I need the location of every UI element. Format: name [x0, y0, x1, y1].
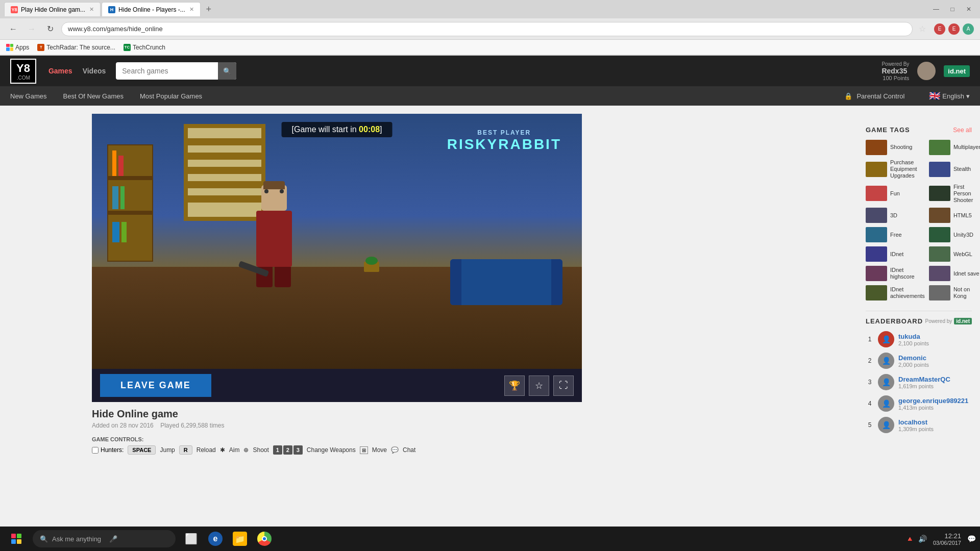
language-selector[interactable]: 🇬🇧 English ▾ [929, 90, 970, 102]
notification-icon[interactable]: 💬 [967, 535, 976, 543]
header-right: Powered By Redx35 100 Points id.net [881, 61, 970, 81]
taskbar-search[interactable]: 🔍 Ask me anything 🎤 [33, 530, 176, 547]
bookmark-apps[interactable]: Apps [6, 44, 29, 51]
trophy-icon[interactable]: 🏆 [504, 375, 525, 396]
lb-avatar-2: 👤 [878, 353, 894, 369]
lb-row-3: 3 👤 DreamMasterQC 1,619m points [866, 374, 972, 390]
extension-icon-2[interactable]: E [948, 23, 960, 35]
taskbar-app-explorer[interactable]: 📁 [229, 528, 251, 550]
minimize-button[interactable]: — [929, 4, 943, 14]
tag-highscore-label: IDnet highscore [890, 267, 925, 280]
tag-save[interactable]: Idnet save [929, 266, 980, 281]
tag-html5-label: HTML5 [953, 212, 972, 219]
taskbar-time[interactable]: 12:21 03/06/2017 [933, 532, 961, 546]
tag-achievements[interactable]: IDnet achievements [866, 285, 925, 300]
search-input[interactable] [116, 67, 218, 75]
tab-1[interactable]: Y8 Play Hide Online gam... ✕ [4, 2, 101, 16]
new-tab-button[interactable]: + [202, 2, 216, 16]
speaker-icon[interactable]: 🔊 [918, 535, 927, 543]
tag-idnet-thumb [866, 246, 887, 262]
parental-control[interactable]: 🔒 Parental Control [844, 92, 904, 100]
sub-nav-best[interactable]: Best Of New Games [63, 92, 124, 100]
hunters-label: Hunters: [101, 446, 124, 454]
leaderboard-title: LEADERBOARD [866, 317, 923, 325]
tag-stealth[interactable]: Stealth [929, 159, 980, 180]
lb-rank-4: 4 [866, 400, 874, 407]
sidebar: GAME TAGS See all Shooting Multiplayer P… [857, 106, 980, 455]
tag-notkong[interactable]: Not on Kong [929, 285, 980, 300]
bookmark-techradar[interactable]: T TechRadar: The source... [37, 44, 115, 51]
star-icon[interactable]: ☆ [529, 375, 549, 396]
lb-name-1[interactable]: tukuda [898, 333, 929, 340]
site-nav: Games Videos [48, 67, 106, 75]
nav-videos[interactable]: Videos [83, 67, 106, 75]
maximize-button[interactable]: □ [945, 4, 960, 14]
network-icon[interactable]: 🔺 [905, 535, 914, 543]
tab-1-close[interactable]: ✕ [89, 6, 94, 13]
tag-highscore[interactable]: IDnet highscore [866, 266, 925, 281]
tag-stealth-label: Stealth [953, 166, 971, 172]
win-sq-red [11, 534, 16, 538]
tag-unity3d[interactable]: Unity3D [929, 227, 980, 242]
refresh-button[interactable]: ↻ [43, 22, 57, 36]
lb-points-3: 1,619m points [898, 383, 950, 389]
game-canvas[interactable]: [Game will start in 00:08] BEST PLAYER R… [92, 114, 582, 369]
bookmark-techcrunch[interactable]: TC TechCrunch [124, 44, 165, 51]
tab-2-close[interactable]: ✕ [189, 6, 194, 13]
window-controls: — □ ✕ [929, 4, 976, 14]
game-added: Added on 28 nov 2016 [92, 422, 154, 429]
lb-name-4[interactable]: george.enrique989221 [898, 397, 968, 405]
lb-avatar-3: 👤 [878, 374, 894, 390]
best-player-label: BEST PLAYER [447, 129, 561, 136]
site-logo[interactable]: Y8 .COM [10, 59, 36, 84]
taskbar-app-taskview[interactable]: ⬜ [180, 528, 202, 550]
language-label: English [942, 92, 964, 100]
idnet-badge[interactable]: id.net [944, 65, 970, 77]
lb-info-2: Demonic 2,000 points [898, 354, 929, 368]
fullscreen-icon[interactable]: ⛶ [553, 375, 574, 396]
tag-html5[interactable]: HTML5 [929, 208, 980, 223]
tag-3d-thumb [866, 208, 887, 223]
nav-games[interactable]: Games [48, 67, 72, 75]
taskbar-right: 🔺 🔊 12:21 03/06/2017 💬 [905, 532, 976, 546]
extension-icon-1[interactable]: E [934, 23, 945, 35]
sub-nav-new-games[interactable]: New Games [10, 92, 47, 100]
tag-fps[interactable]: First Person Shooter [929, 184, 980, 204]
win-sq-green [17, 534, 21, 538]
url-bar[interactable]: www.y8.com/games/hide_online [61, 22, 913, 36]
tag-shooting[interactable]: Shooting [866, 140, 925, 155]
tag-purchase[interactable]: Purchase Equipment Upgrades [866, 159, 925, 180]
sidebar-top-spacer [866, 111, 972, 126]
extension-icon-3[interactable]: A [963, 23, 974, 35]
see-all-link[interactable]: See all [953, 127, 972, 134]
tab-2[interactable]: H Hide Online - Players -... ✕ [102, 2, 201, 16]
scene-character [249, 185, 300, 287]
tag-webgl[interactable]: WebGL [929, 246, 980, 262]
tag-html5-thumb [929, 208, 950, 223]
start-button[interactable] [4, 527, 29, 551]
sub-nav: New Games Best Of New Games Most Popular… [0, 86, 980, 106]
lb-name-5[interactable]: localhost [898, 418, 934, 426]
hunters-checkbox[interactable] [92, 447, 99, 454]
forward-button[interactable]: → [24, 22, 39, 36]
lb-name-2[interactable]: Demonic [898, 354, 929, 362]
bookmark-star[interactable]: ☆ [919, 24, 926, 34]
taskbar-app-chrome[interactable] [253, 528, 276, 550]
back-button[interactable]: ← [6, 22, 20, 36]
tag-fun[interactable]: Fun [866, 184, 925, 204]
hunters-check: Hunters: [92, 446, 124, 454]
address-bar: ← → ↻ www.y8.com/games/hide_online ☆ E E… [0, 18, 980, 40]
tag-3d[interactable]: 3D [866, 208, 925, 223]
tag-multiplayer[interactable]: Multiplayer [929, 140, 980, 155]
user-avatar[interactable] [917, 62, 936, 80]
sub-nav-popular[interactable]: Most Popular Games [140, 92, 202, 100]
tag-idnet[interactable]: IDnet [866, 246, 925, 262]
taskbar-app-ie[interactable]: e [204, 528, 227, 550]
lb-name-3[interactable]: DreamMasterQC [898, 375, 950, 383]
leave-game-button[interactable]: LEAVE GAME [100, 374, 211, 397]
close-button[interactable]: ✕ [962, 4, 976, 14]
tag-free[interactable]: Free [866, 227, 925, 242]
search-button[interactable]: 🔍 [218, 62, 236, 80]
tag-unity3d-thumb [929, 227, 950, 242]
lb-idnet-badge: id.net [954, 318, 972, 324]
